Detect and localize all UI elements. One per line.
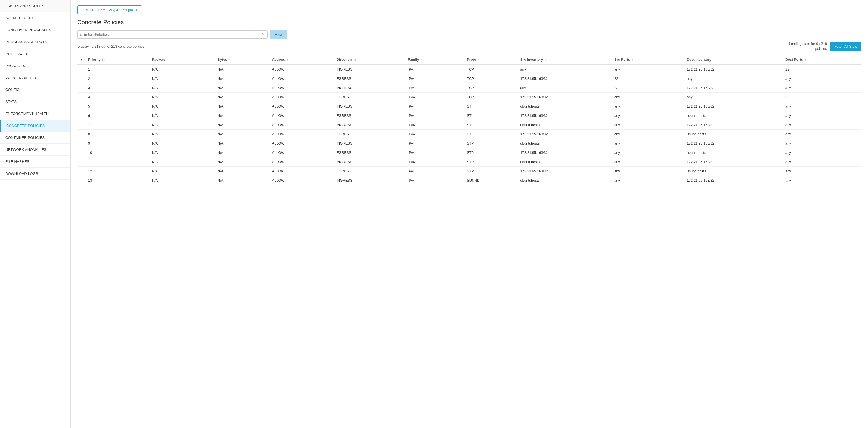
cell-dest-inventory: 172.21.95.163/32 xyxy=(685,120,783,130)
th-bytes[interactable]: Bytes ↑↓ xyxy=(215,54,270,64)
cell-src-ports: any xyxy=(612,92,685,102)
cell-family: IPv4 xyxy=(406,167,465,176)
sidebar-item-agent-health[interactable]: AGENT HEALTH xyxy=(0,12,70,24)
fetch-all-stats-button[interactable]: Fetch All Stats xyxy=(830,42,862,51)
cell-dest-inventory: any xyxy=(685,92,783,102)
sidebar-item-long-lived-processes[interactable]: LONG LIVED PROCESSES xyxy=(0,24,70,36)
sidebar-item-download-logs[interactable]: DOWNLOAD LOGS xyxy=(0,168,70,180)
cell-actions: ALLOW xyxy=(270,176,334,185)
sidebar-item-config[interactable]: CONFIG xyxy=(0,84,70,96)
sidebar-item-network-anomalies[interactable]: NETWORK ANOMALIES xyxy=(0,144,70,156)
sidebar-item-packages[interactable]: PACKAGES xyxy=(0,60,70,72)
cell-src-inventory: any xyxy=(518,83,612,92)
date-range-label: Aug 3 12:20pm – Aug 4 12:20pm xyxy=(81,8,133,12)
cell-dest-inventory: 172.21.95.163/32 xyxy=(685,83,783,92)
table-row: 2N/AN/AALLOWEGRESSIPv4TCP172.21.95.163/3… xyxy=(77,74,862,83)
filter-button[interactable]: Filter xyxy=(270,30,287,39)
cell-bytes: N/A xyxy=(215,64,270,74)
cell-bytes: N/A xyxy=(215,130,270,139)
policies-table: ▼ Priority ↑↓ Packets ↑↓ Bytes ↑↓ Action… xyxy=(77,54,862,185)
cell-actions: ALLOW xyxy=(270,111,334,120)
chevron-down-icon: ▼ xyxy=(135,8,138,11)
th-family[interactable]: Family ↑↓ xyxy=(406,54,465,64)
table-row: 6N/AN/AALLOWEGRESSIPv4ST172.21.95.163/32… xyxy=(77,111,862,120)
table-row: 4N/AN/AALLOWEGRESSIPv4TCP172.21.95.163/3… xyxy=(77,92,862,102)
cell-bytes: N/A xyxy=(215,102,270,111)
date-range-button[interactable]: Aug 3 12:20pm – Aug 4 12:20pm ▼ xyxy=(77,5,142,15)
cell-src-inventory: ubuntuhosts xyxy=(518,120,612,130)
row-filter xyxy=(77,148,86,158)
cell-dest-ports: any xyxy=(783,158,862,167)
cell-dest-ports: any xyxy=(783,148,862,158)
row-filter xyxy=(77,64,86,74)
cell-direction: INGRESS xyxy=(334,64,405,74)
cell-direction: INGRESS xyxy=(334,139,405,148)
cell-proto: STP xyxy=(465,148,518,158)
cell-priority: 10 xyxy=(86,148,150,158)
cell-actions: ALLOW xyxy=(270,74,334,83)
cell-direction: EGRESS xyxy=(334,92,405,102)
cell-direction: INGRESS xyxy=(334,120,405,130)
cell-packets: N/A xyxy=(150,158,215,167)
cell-family: IPv4 xyxy=(406,158,465,167)
th-src-ports[interactable]: Src Ports ↑↓ xyxy=(612,54,685,64)
sidebar-item-concrete-policies[interactable]: CONCRETE POLICIES xyxy=(0,120,70,132)
cell-src-ports: any xyxy=(612,158,685,167)
th-dest-inventory[interactable]: Dest Inventory ↑↓ xyxy=(685,54,783,64)
sidebar-item-process-snapshots[interactable]: PROCESS SNAPSHOTS xyxy=(0,36,70,48)
cell-dest-ports: any xyxy=(783,167,862,176)
cell-bytes: N/A xyxy=(215,92,270,102)
th-packets[interactable]: Packets ↑↓ xyxy=(150,54,215,64)
th-proto[interactable]: Proto ↑↓ xyxy=(465,54,518,64)
sidebar-item-labels-and-scopes[interactable]: LABELS AND SCOPES xyxy=(0,0,70,12)
sidebar-item-file-hashes[interactable]: FILE HASHES xyxy=(0,156,70,168)
cell-family: IPv4 xyxy=(406,111,465,120)
stats-row: Displaying 218 out of 218 concrete polic… xyxy=(77,41,862,51)
row-filter xyxy=(77,120,86,130)
cell-packets: N/A xyxy=(150,130,215,139)
th-priority[interactable]: Priority ↑↓ xyxy=(86,54,150,64)
cell-dest-ports: any xyxy=(783,83,862,92)
filter-icon[interactable]: ▼ xyxy=(80,57,84,61)
clear-button[interactable]: × xyxy=(262,32,265,37)
cell-direction: INGRESS xyxy=(334,83,405,92)
cell-bytes: N/A xyxy=(215,158,270,167)
cell-proto: TCP xyxy=(465,64,518,74)
sidebar-item-interfaces[interactable]: INTERFACES xyxy=(0,48,70,60)
cell-family: IPv4 xyxy=(406,83,465,92)
cell-packets: N/A xyxy=(150,148,215,158)
th-src-inventory[interactable]: Src Inventory ↑↓ xyxy=(518,54,612,64)
th-dest-ports[interactable]: Dest Ports ↑↓ xyxy=(783,54,862,64)
cell-src-ports: any xyxy=(612,120,685,130)
row-filter xyxy=(77,111,86,120)
filter-input[interactable] xyxy=(84,32,260,36)
table-row: 5N/AN/AALLOWINGRESSIPv4STubuntuhostsany1… xyxy=(77,102,862,111)
cell-priority: 13 xyxy=(86,176,150,185)
table-row: 8N/AN/AALLOWEGRESSIPv4ST172.21.95.163/32… xyxy=(77,130,862,139)
sidebar-item-stats[interactable]: STATS xyxy=(0,96,70,108)
cell-family: IPv4 xyxy=(406,139,465,148)
page-title: Concrete Policies xyxy=(77,19,862,26)
cell-bytes: N/A xyxy=(215,120,270,130)
cell-src-inventory: ubuntuhosts xyxy=(518,158,612,167)
th-direction[interactable]: Direction ↑↓ xyxy=(334,54,405,64)
cell-proto: STP xyxy=(465,167,518,176)
table-body: 1N/AN/AALLOWINGRESSIPv4TCPanyany172.21.9… xyxy=(77,64,862,185)
sidebar-item-vulnerabilities[interactable]: VULNERABILITIES xyxy=(0,72,70,84)
cell-bytes: N/A xyxy=(215,176,270,185)
cell-direction: INGRESS xyxy=(334,102,405,111)
cell-bytes: N/A xyxy=(215,111,270,120)
cell-priority: 3 xyxy=(86,83,150,92)
cell-dest-inventory: ubuntuhosts xyxy=(685,148,783,158)
filter-icon-th: ▼ xyxy=(77,54,86,64)
cell-dest-ports: any xyxy=(783,130,862,139)
cell-src-ports: 22 xyxy=(612,83,685,92)
cell-actions: ALLOW xyxy=(270,120,334,130)
th-actions[interactable]: Actions ↑↓ xyxy=(270,54,334,64)
table-row: 9N/AN/AALLOWINGRESSIPv4STPubuntuhostsany… xyxy=(77,139,862,148)
sidebar-item-container-policies[interactable]: CONTAINER POLICIES xyxy=(0,132,70,144)
loading-stats: Loading stats for 0 / 218policies Fetch … xyxy=(789,41,862,51)
sidebar-item-enforcement-health[interactable]: ENFORCEMENT HEALTH xyxy=(0,108,70,120)
cell-family: IPv4 xyxy=(406,74,465,83)
row-filter xyxy=(77,130,86,139)
